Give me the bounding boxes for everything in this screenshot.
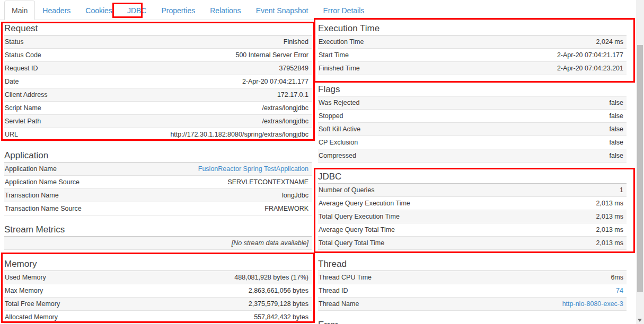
row-label: Was Rejected bbox=[319, 99, 359, 106]
section-rows: Used Memory488,081,928 bytes (17%)Max Me… bbox=[4, 271, 312, 324]
tab-cookies[interactable]: Cookies bbox=[78, 1, 120, 20]
table-row: [No stream data available] bbox=[4, 237, 312, 250]
row-label: Execution Time bbox=[319, 38, 364, 46]
row-value: false bbox=[610, 139, 623, 146]
scrollbar-down-arrow-icon[interactable] bbox=[638, 319, 642, 322]
section-title: Error bbox=[318, 317, 627, 324]
tab-jdbc[interactable]: JDBC bbox=[120, 1, 154, 20]
row-label: Compressed bbox=[319, 152, 356, 159]
table-row: StatusFinished bbox=[4, 35, 312, 49]
row-label: CP Exclusion bbox=[319, 139, 358, 146]
table-row: Used Memory488,081,928 bytes (17%) bbox=[4, 271, 312, 284]
row-label: Start Time bbox=[319, 51, 349, 59]
row-value: 2,013 ms bbox=[596, 200, 623, 207]
row-value: 2-Apr-20 07:04:21.177 bbox=[242, 78, 308, 85]
row-value: longJdbc bbox=[282, 192, 308, 199]
section-application: ApplicationApplication NameFusionReactor… bbox=[4, 147, 312, 215]
row-label: Average Query Execution Time bbox=[319, 200, 410, 207]
row-label: Transaction Name bbox=[5, 192, 59, 199]
row-value: false bbox=[610, 112, 623, 120]
row-value: 2,013 ms bbox=[596, 239, 623, 247]
section-title: Stream Metrics bbox=[4, 221, 312, 237]
row-label: Soft Kill Active bbox=[319, 125, 360, 133]
table-row: Compressedfalse bbox=[318, 149, 627, 163]
details-column-left: RequestStatusFinishedStatus Code500 Inte… bbox=[4, 20, 312, 324]
section-thread: ThreadThread CPU Time6msThread ID74Threa… bbox=[318, 256, 627, 311]
row-label: Client Address bbox=[5, 91, 48, 98]
row-value: 488,081,928 bytes (17%) bbox=[234, 274, 308, 281]
table-row: Allocated Memory557,842,432 bytes bbox=[4, 311, 312, 324]
table-row: Application Name SourceSERVLETCONTEXTNAM… bbox=[4, 176, 312, 189]
section-rows: Was RejectedfalseStoppedfalseSoft Kill A… bbox=[318, 96, 627, 163]
table-row: Transaction NamelongJdbc bbox=[4, 189, 312, 202]
table-row: Max Memory2,863,661,056 bytes bbox=[4, 284, 312, 298]
section-title: Execution Time bbox=[318, 20, 627, 35]
row-label: Request ID bbox=[5, 65, 38, 72]
row-value-link[interactable]: http-nio-8080-exec-3 bbox=[562, 300, 623, 308]
table-row: Was Rejectedfalse bbox=[318, 96, 627, 110]
row-label: Date bbox=[5, 78, 19, 85]
row-value: http://172.30.1.182:8080/spring/extras/l… bbox=[170, 131, 308, 138]
row-value: /extras/longjdbc bbox=[262, 104, 308, 112]
empty-data-note: [No stream data available] bbox=[232, 239, 308, 247]
section-rows: StatusFinishedStatus Code500 Internal Se… bbox=[4, 35, 312, 141]
table-row: Average Query Execution Time2,013 ms bbox=[318, 197, 627, 210]
table-row: Date2-Apr-20 07:04:21.177 bbox=[4, 75, 312, 88]
row-label: Application Name Source bbox=[5, 178, 80, 186]
tab-properties[interactable]: Properties bbox=[154, 1, 202, 20]
row-value: Finished bbox=[284, 38, 308, 46]
row-value: 2-Apr-20 07:04:21.177 bbox=[557, 51, 623, 59]
section-execution-time: Execution TimeExecution Time2,024 msStar… bbox=[318, 20, 627, 75]
row-value: /extras/longjdbc bbox=[262, 118, 308, 125]
row-label: Servlet Path bbox=[5, 118, 41, 125]
row-label: Total Query Execution Time bbox=[319, 213, 400, 220]
section-error: Error bbox=[318, 317, 627, 324]
row-value: false bbox=[610, 152, 623, 159]
row-value-link[interactable]: 74 bbox=[616, 287, 623, 294]
details-column-right: Execution TimeExecution Time2,024 msStar… bbox=[318, 20, 627, 324]
tab-error-details[interactable]: Error Details bbox=[315, 1, 372, 20]
table-row: Average Query Total Time2,013 ms bbox=[318, 223, 627, 237]
row-value: 500 Internal Server Error bbox=[235, 51, 308, 59]
row-label: Finished Time bbox=[319, 65, 360, 72]
row-value: 37952849 bbox=[279, 65, 308, 72]
table-row: Execution Time2,024 ms bbox=[318, 35, 627, 49]
section-title: Flags bbox=[318, 81, 627, 96]
table-row: Start Time2-Apr-20 07:04:21.177 bbox=[318, 49, 627, 62]
section-rows: Number of Queries1Average Query Executio… bbox=[318, 184, 627, 250]
tab-relations[interactable]: Relations bbox=[202, 1, 248, 20]
table-row: Number of Queries1 bbox=[318, 184, 627, 197]
tab-main[interactable]: Main bbox=[4, 1, 35, 20]
table-row: CP Exclusionfalse bbox=[318, 136, 627, 149]
row-label: Number of Queries bbox=[319, 186, 375, 194]
tab-event-snapshot[interactable]: Event Snapshot bbox=[249, 1, 316, 20]
section-title: Application bbox=[4, 147, 312, 163]
row-value-link[interactable]: FusionReactor Spring TestApplication bbox=[198, 165, 308, 173]
row-label: Total Free Memory bbox=[5, 300, 60, 308]
row-value: SERVLETCONTEXTNAME bbox=[227, 178, 308, 186]
row-value: 1 bbox=[620, 186, 623, 194]
scrollbar[interactable] bbox=[636, 0, 644, 324]
row-value: 2,375,579,128 bytes bbox=[249, 300, 308, 308]
table-row: URLhttp://172.30.1.182:8080/spring/extra… bbox=[4, 128, 312, 141]
section-request: RequestStatusFinishedStatus Code500 Inte… bbox=[4, 20, 312, 141]
section-memory: MemoryUsed Memory488,081,928 bytes (17%)… bbox=[4, 256, 312, 324]
table-row: Request ID37952849 bbox=[4, 62, 312, 75]
row-label: Total Query Total Time bbox=[319, 239, 384, 247]
section-title: Thread bbox=[318, 256, 627, 271]
table-row: Application NameFusionReactor Spring Tes… bbox=[4, 163, 312, 176]
table-row: Script Name/extras/longjdbc bbox=[4, 102, 312, 115]
row-label: Script Name bbox=[5, 104, 41, 112]
table-row: Total Query Total Time2,013 ms bbox=[318, 237, 627, 250]
section-title: Memory bbox=[4, 256, 312, 271]
row-label: Application Name bbox=[5, 165, 57, 173]
transaction-details-page: MainHeadersCookiesJDBCPropertiesRelation… bbox=[0, 0, 644, 324]
row-label: Transaction Name Source bbox=[5, 205, 82, 212]
scrollbar-thumb[interactable] bbox=[637, 45, 643, 292]
table-row: Total Query Execution Time2,013 ms bbox=[318, 210, 627, 223]
section-stream-metrics: Stream Metrics[No stream data available] bbox=[4, 221, 312, 250]
row-label: Status bbox=[5, 38, 23, 46]
row-value: 2,024 ms bbox=[596, 38, 623, 46]
tab-headers[interactable]: Headers bbox=[35, 1, 78, 20]
row-value: 2,863,661,056 bytes bbox=[249, 287, 308, 294]
